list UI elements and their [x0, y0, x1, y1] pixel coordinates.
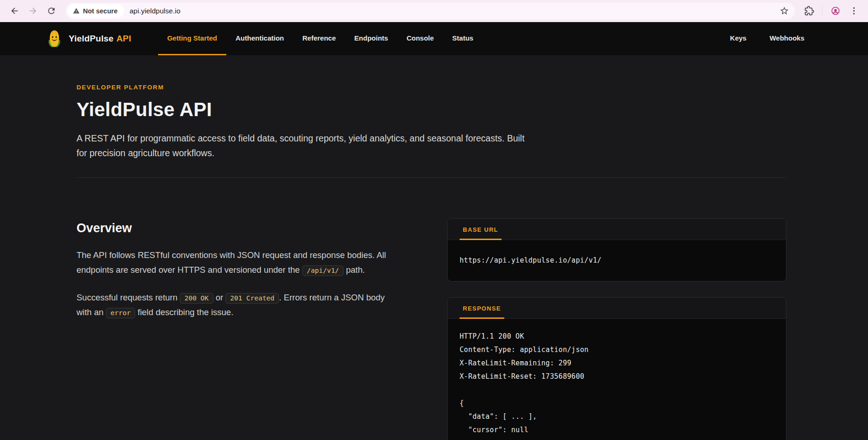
overview-heading: Overview [77, 221, 399, 235]
response-line: { [460, 397, 774, 410]
response-line: } [460, 437, 774, 440]
address-bar[interactable]: Not secure api.yieldpulse.io [65, 3, 795, 19]
page-main: DEVELOPER PLATFORM YieldPulse API A REST… [0, 55, 868, 440]
base-url-panel-header: BASE URL [448, 219, 786, 240]
nav-link-webhooks[interactable]: Webhooks [760, 22, 814, 55]
base-url-panel-body: https://api.yieldpulse.io/api/v1/ [448, 240, 786, 281]
inline-code-api-path: /api/v1/ [302, 265, 344, 276]
profile-button[interactable] [827, 3, 843, 19]
star-icon [779, 6, 789, 16]
security-label: Not secure [83, 7, 118, 15]
overview-p2-text-2: or [213, 293, 226, 302]
extensions-puzzle-icon [804, 6, 814, 16]
nav-right-links: Keys Webhooks [720, 22, 814, 55]
nav-tabs: Getting Started Authentication Reference… [158, 22, 483, 55]
page-title: YieldPulse API [77, 99, 786, 121]
site-security-chip[interactable]: Not secure [68, 4, 124, 18]
response-line: "data": [ ... ], [460, 410, 774, 423]
response-line: Content-Type: application/json [460, 343, 774, 357]
hero-eyebrow: DEVELOPER PLATFORM [77, 84, 786, 91]
base-url-value: https://api.yieldpulse.io/api/v1/ [460, 254, 774, 267]
profile-avatar-icon [831, 6, 840, 16]
response-panel: RESPONSE HTTP/1.1 200 OK Content-Type: a… [447, 297, 786, 440]
overview-paragraph-1: The API follows RESTful conventions with… [77, 248, 395, 277]
browser-toolbar: Not secure api.yieldpulse.io [0, 0, 868, 22]
response-line: "cursor": null [460, 423, 774, 437]
corn-logo-icon [46, 29, 63, 48]
hero-description: A REST API for programmatic access to fi… [77, 131, 533, 160]
back-button[interactable] [6, 3, 22, 19]
tab-getting-started[interactable]: Getting Started [158, 22, 226, 55]
hero-divider [77, 177, 786, 178]
response-line: HTTP/1.1 200 OK [460, 330, 774, 343]
tab-console[interactable]: Console [397, 22, 443, 55]
response-panel-body: HTTP/1.1 200 OK Content-Type: applicatio… [448, 319, 786, 440]
response-label: RESPONSE [460, 298, 504, 319]
menu-button[interactable] [846, 3, 862, 19]
inline-code-201-created: 201 Created [225, 293, 279, 304]
tab-authentication[interactable]: Authentication [226, 22, 293, 55]
response-line [460, 383, 774, 397]
response-line: X-RateLimit-Remaining: 299 [460, 357, 774, 370]
base-url-panel: BASE URL https://api.yieldpulse.io/api/v… [447, 218, 786, 282]
response-line: X-RateLimit-Reset: 1735689600 [460, 370, 774, 383]
forward-button[interactable] [25, 3, 41, 19]
tab-status[interactable]: Status [443, 22, 483, 55]
brand[interactable]: YieldPulseAPI [46, 22, 131, 55]
brand-name: YieldPulseAPI [69, 34, 131, 44]
base-url-label: BASE URL [460, 219, 502, 240]
nav-link-keys[interactable]: Keys [720, 22, 756, 55]
overview-p2-text: Successful requests return [77, 293, 180, 302]
forward-arrow-icon [28, 6, 38, 16]
inline-code-error: error [106, 308, 136, 318]
overview-section: Overview The API follows RESTful convent… [77, 218, 399, 320]
kebab-menu-icon [849, 6, 859, 16]
back-arrow-icon [10, 6, 19, 16]
response-panel-header: RESPONSE [448, 298, 786, 319]
reload-button[interactable] [43, 3, 59, 19]
overview-p2-text-4: field describing the issue. [135, 307, 233, 317]
overview-paragraph-2: Successful requests return 200 OK or 201… [77, 290, 395, 320]
warning-triangle-icon [73, 7, 80, 14]
toolbar-divider [822, 6, 822, 16]
tab-endpoints[interactable]: Endpoints [345, 22, 397, 55]
tab-reference[interactable]: Reference [293, 22, 345, 55]
url-text[interactable]: api.yieldpulse.io [130, 7, 776, 15]
overview-p1-text-2: path. [343, 265, 365, 275]
code-panels: BASE URL https://api.yieldpulse.io/api/v… [447, 218, 786, 440]
reload-icon [47, 6, 56, 16]
inline-code-200-ok: 200 OK [180, 293, 213, 304]
site-navbar: YieldPulseAPI Getting Started Authentica… [0, 22, 868, 55]
brand-suffix: API [116, 34, 131, 43]
extensions-button[interactable] [801, 3, 817, 19]
bookmark-button[interactable] [776, 3, 792, 19]
